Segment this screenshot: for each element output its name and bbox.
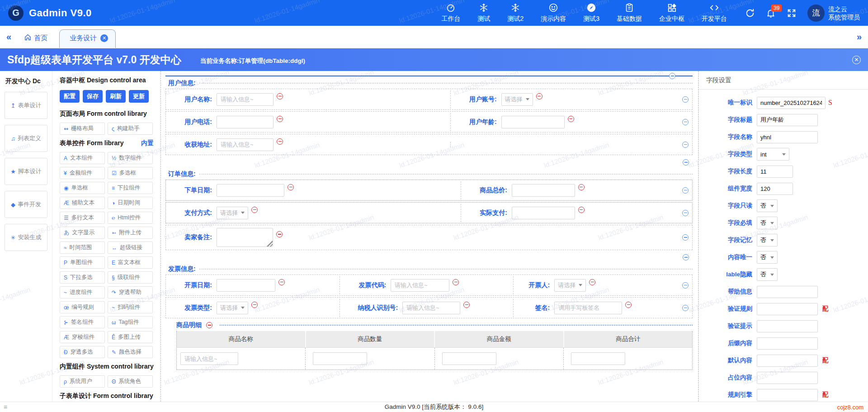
- form-control-item[interactable]: ½数字组件: [108, 152, 153, 164]
- form-cell[interactable]: 用户年龄:: [450, 113, 692, 131]
- configure-link[interactable]: 配: [822, 356, 829, 365]
- remove-field-icon[interactable]: [277, 116, 283, 122]
- remove-row-icon[interactable]: [682, 305, 689, 311]
- goods-name-input[interactable]: [180, 352, 238, 365]
- form-cell[interactable]: 商品总价:: [461, 181, 692, 199]
- form-row-selected[interactable]: 支付方式: 请选择 实际支付:: [165, 202, 693, 223]
- remove-row-icon[interactable]: [683, 254, 689, 260]
- form-row[interactable]: 用户电话: 用户年龄:: [165, 111, 693, 133]
- form-row[interactable]: 卖家备注:: [165, 225, 693, 250]
- tab-business-design[interactable]: 业务设计 ✕: [59, 29, 116, 48]
- order-date-input[interactable]: [217, 184, 284, 197]
- form-control-item[interactable]: ≈时间范围: [60, 242, 105, 254]
- menu-item-test[interactable]: 测试: [477, 3, 490, 23]
- settings-input[interactable]: [757, 320, 818, 332]
- remove-field-icon[interactable]: [463, 302, 470, 308]
- remove-field-icon[interactable]: [578, 207, 585, 213]
- username-input[interactable]: [217, 93, 274, 106]
- remove-field-icon[interactable]: [278, 279, 285, 285]
- form-control-item[interactable]: ☰多行文本: [60, 212, 105, 224]
- form-cell[interactable]: [450, 142, 692, 147]
- sidebar-item-event-dev[interactable]: ◆ 事件开发: [5, 191, 47, 218]
- form-cell[interactable]: 实际支付:: [461, 204, 692, 222]
- form-control-item[interactable]: A文本组件: [60, 152, 105, 164]
- goods-qty-input[interactable]: [313, 352, 367, 365]
- settings-input[interactable]: [757, 166, 793, 178]
- form-cell[interactable]: 签名:: [513, 299, 692, 317]
- form-control-item[interactable]: ✎颜色选择: [108, 346, 153, 358]
- footer-site-link[interactable]: cojz8.com: [837, 404, 863, 411]
- save-button[interactable]: 保存: [83, 90, 103, 103]
- settings-input[interactable]: [757, 337, 818, 350]
- form-row[interactable]: 发票类型: 请选择 纳税人识别号: 签名:: [165, 297, 693, 318]
- remove-field-icon[interactable]: [251, 302, 258, 308]
- form-cell[interactable]: 支付方式: 请选择: [166, 204, 461, 222]
- form-cell[interactable]: 收获地址:: [166, 136, 450, 154]
- settings-input[interactable]: [757, 183, 793, 195]
- configure-link[interactable]: 配: [822, 305, 829, 313]
- form-cell[interactable]: 发票类型: 请选择: [166, 299, 340, 317]
- form-control-item[interactable]: ωTag组件: [108, 316, 153, 328]
- remove-field-icon[interactable]: [251, 207, 258, 213]
- form-control-item[interactable]: ¥金额组件: [60, 167, 105, 179]
- menu-item-devplatform[interactable]: 开发平台: [702, 3, 727, 23]
- settings-select[interactable]: 否: [757, 268, 778, 281]
- settings-input[interactable]: [757, 114, 818, 126]
- banner-close-icon[interactable]: ✕: [852, 56, 861, 64]
- menu-item-demo[interactable]: 演示内容: [541, 3, 566, 23]
- tab-home[interactable]: 首页: [24, 33, 47, 43]
- form-row[interactable]: 收获地址:: [165, 134, 693, 155]
- remove-row-icon[interactable]: [683, 159, 689, 166]
- form-control-item[interactable]: Đ穿透多选: [60, 346, 105, 358]
- refresh-icon[interactable]: [745, 8, 755, 18]
- remove-row-icon[interactable]: [682, 96, 689, 103]
- form-cell[interactable]: 发票代码:: [340, 276, 513, 294]
- remove-row-icon[interactable]: [682, 119, 689, 125]
- menu-item-test3[interactable]: 测试3: [583, 3, 599, 23]
- remove-row-icon[interactable]: [682, 282, 689, 289]
- form-control-item[interactable]: Ê多图上传: [108, 331, 153, 343]
- settings-select[interactable]: 否: [757, 251, 778, 264]
- remove-container-icon[interactable]: [669, 73, 675, 79]
- form-control-item[interactable]: ☑多选框: [108, 167, 153, 179]
- form-row[interactable]: 用户名称: 用户账号: 请选择: [165, 89, 693, 110]
- form-control-item[interactable]: §级联组件: [108, 271, 153, 284]
- collapse-tabs-right-icon[interactable]: »: [857, 32, 862, 42]
- sidebar-item-install-generate[interactable]: ✳ 安装生成: [5, 224, 47, 251]
- notifications-bell-icon[interactable]: 39: [766, 8, 776, 18]
- settings-select[interactable]: int: [757, 148, 789, 161]
- menu-item-basedata[interactable]: 基础数据: [617, 3, 642, 23]
- settings-select[interactable]: 否: [757, 217, 778, 229]
- form-cell[interactable]: 用户电话:: [166, 113, 450, 131]
- form-cell[interactable]: 开票人: 请选择: [513, 276, 692, 294]
- configure-link[interactable]: 配: [822, 391, 829, 399]
- remove-field-icon[interactable]: [625, 302, 632, 308]
- settings-input[interactable]: [757, 97, 826, 109]
- menu-item-test2[interactable]: 测试2: [507, 3, 524, 23]
- menu-item-workbench[interactable]: 工作台: [441, 3, 460, 23]
- invoice-code-input[interactable]: [391, 279, 449, 292]
- control-grid-layout[interactable]: ↭ 栅格布局: [60, 123, 105, 135]
- settings-input[interactable]: [757, 303, 818, 315]
- form-control-item[interactable]: ↔超级链接: [108, 242, 153, 254]
- actual-pay-input[interactable]: [512, 207, 575, 219]
- form-cell[interactable]: 开票日期:: [166, 276, 340, 294]
- form-control-item[interactable]: ~扫码组件: [108, 301, 153, 313]
- remove-row-icon[interactable]: [682, 234, 689, 241]
- remove-field-icon[interactable]: [568, 116, 574, 122]
- settings-select[interactable]: 否: [757, 199, 778, 212]
- user-account-select[interactable]: 请选择: [501, 93, 533, 106]
- table-cell[interactable]: [564, 348, 692, 369]
- remove-field-icon[interactable]: [288, 184, 294, 190]
- settings-input[interactable]: [757, 131, 818, 143]
- sidebar-item-list-define[interactable]: ♫ 列表定义: [5, 125, 47, 152]
- form-control-item[interactable]: ➳附件上传: [108, 227, 153, 239]
- remove-field-icon[interactable]: [578, 184, 585, 190]
- form-cell[interactable]: 卖家备注:: [166, 225, 461, 250]
- form-control-item[interactable]: あ文字显示: [60, 227, 105, 239]
- remove-field-icon[interactable]: [453, 279, 459, 285]
- menu-item-enterprise[interactable]: 企业中枢: [659, 3, 684, 23]
- sidebar-item-script-design[interactable]: ★ 脚本设计: [5, 158, 47, 185]
- remove-row-icon[interactable]: [682, 187, 689, 194]
- remove-subtable-icon[interactable]: [206, 322, 212, 328]
